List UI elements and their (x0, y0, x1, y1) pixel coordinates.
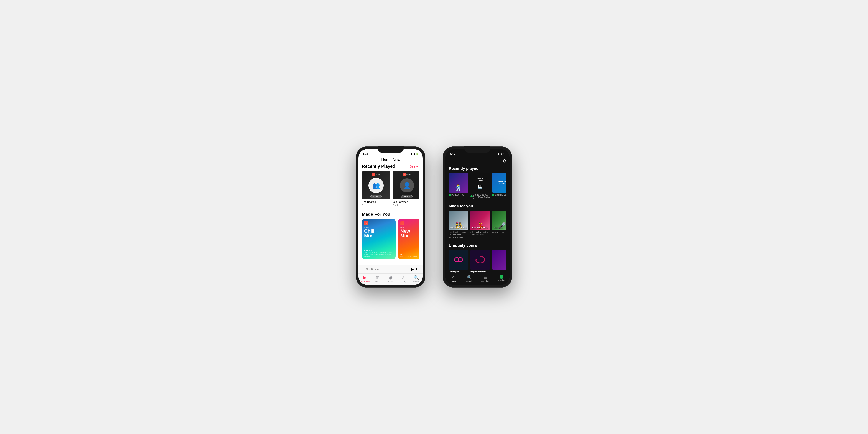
am-np-controls: ▶ ⏭ (411, 267, 419, 272)
am-listennow-icon: ▶ (363, 275, 367, 280)
sp-9to5-label: 9to5Mac Daily (495, 193, 506, 196)
am-jonforeman-subtitle: Radio (393, 204, 419, 207)
sp-tab-premium[interactable]: Premium (493, 275, 509, 282)
am-browse-label: Browse (375, 281, 381, 283)
am-mix-new-desc: Eric Church, A... Light... (400, 255, 419, 257)
sp-logo-9to5 (492, 194, 494, 196)
sp-9to5-item[interactable]: 9TO5MACDAILY 9to5Mac Daily (492, 173, 506, 199)
sp-logo-cornelia (470, 195, 473, 197)
radio-badge-beatles: RADIO (370, 195, 382, 198)
sp-repeat-rewind-item[interactable]: Repeat Rewind (470, 250, 490, 273)
am-made-header: Made For You (362, 212, 419, 217)
spotify-phone: 9:41 ▲ )) ▪▪▪ ⚙ Recently played (443, 147, 512, 287)
am-beatles-title: The Beatles (362, 200, 390, 204)
sp-made-title: Made for you (449, 204, 506, 209)
am-play-button[interactable]: ▶ (411, 267, 414, 272)
apple-music-logo: ♫ Music (372, 173, 380, 176)
am-jonforeman-card[interactable]: ♫ Music 👤 RADIO Jon Foreman Radio (393, 171, 419, 207)
sp-mix2-item[interactable]: 💃 Your Daily Mix 2 Ellie Goulding, Adele… (470, 211, 490, 238)
am-new-mix-card[interactable]: ♫ Music NewMix N... Eric Church, A... Li… (398, 219, 419, 259)
am-tab-bar: ▶ Listen Now ⊞ Browse ◉ Radio ♬ Library … (359, 273, 423, 285)
sp-recently-played-title: Recently played (449, 166, 506, 171)
sp-mix3-desc: Bebe R... Perry a... (492, 231, 506, 234)
apple-music-logo-2: ♫ Music (403, 173, 411, 176)
am-jonforeman-thumb: ♫ Music 👤 RADIO (393, 171, 419, 199)
am-mix-new-title: NewMix (400, 229, 419, 238)
sp-mix2-overlay: Your Daily Mix 2 (472, 226, 489, 229)
sp-cornelia-item[interactable]: CORNELIASTREETLIVE FROM PARIS 🎹 Cornelia… (470, 173, 490, 199)
am-recently-played-list: ♫ Music 👥 RADIO The Beatles Radio (362, 171, 419, 208)
sp-wifi-icon: )) (501, 153, 502, 155)
am-mix-new-icon: ♫ (400, 221, 404, 225)
am-recently-played-header: Recently Played See All (362, 164, 419, 169)
apple-music-phone: 1:35 ▲ )) 🔋 Listen Now Recently Played S… (356, 147, 425, 287)
sp-cornelia-label-row: Cornelia Street (Live From Paris) (470, 193, 490, 199)
am-logo-icon-2: ♫ (403, 173, 406, 176)
am-made-section: Made For You ♫ Music ChillMix Chill Mix (362, 212, 419, 259)
am-recently-played-title: Recently Played (362, 164, 395, 169)
am-mix-chill-desc: The Avett Brothers, Mumford & Sons, Moll… (364, 251, 394, 257)
am-chill-mix-card[interactable]: ♫ Music ChillMix Chill Mix The Avett Bro… (362, 219, 396, 259)
am-tab-search[interactable]: 🔍 Search (410, 275, 423, 283)
am-tab-browse[interactable]: ⊞ Browse (371, 275, 384, 283)
am-search-label: Search (413, 281, 420, 283)
sp-mix3-overlay: Your Da... (493, 226, 506, 229)
sp-pumped-pop-label: Pumped Pop (452, 193, 464, 196)
am-beatles-thumb: ♫ Music 👥 RADIO (362, 171, 390, 199)
sp-content: ⚙ Recently played 🕺 Pumped Pop (445, 157, 509, 273)
beatles-visual: ♫ Music 👥 RADIO (362, 171, 390, 199)
sp-mix1-desc: Pistol Annies, Miranda Lambert, Maren Mo… (449, 231, 468, 238)
am-skip-button[interactable]: ⏭ (416, 267, 419, 272)
am-mix-chill-title: ChillMix (364, 229, 394, 238)
am-mix-chill-bottom: Chill Mix The Avett Brothers, Mumford & … (364, 249, 394, 257)
am-beatles-card[interactable]: ♫ Music 👥 RADIO The Beatles Radio (362, 171, 390, 207)
am-tab-listennow[interactable]: ▶ Listen Now (359, 275, 371, 283)
sp-mix3-label: Your Da... (493, 226, 506, 229)
am-radio-icon: ◉ (389, 275, 393, 280)
sp-cornelia-thumb: CORNELIASTREETLIVE FROM PARIS 🎹 (470, 173, 490, 193)
sp-pumped-pop-item[interactable]: 🕺 Pumped Pop (449, 173, 468, 199)
am-see-all-button[interactable]: See All (410, 165, 419, 168)
sp-unique-3-thumb (492, 250, 506, 270)
sp-tab-search[interactable]: 🔍 Search (461, 275, 477, 282)
am-jonforeman-title: Jon Foreman (393, 200, 419, 204)
sp-status-time: 9:41 (450, 152, 455, 155)
sp-mix1-item[interactable]: 👯 Your Daily Mix 1 Pistol Annies, Mirand… (449, 211, 468, 238)
am-tab-library[interactable]: ♬ Library (397, 275, 410, 283)
am-content: Recently Played See All ♫ Music (359, 164, 423, 265)
sp-recently-played-list: 🕺 Pumped Pop CORNELIASTREETLIVE FR (449, 173, 506, 199)
sp-pumped-pop-thumb: 🕺 (449, 173, 468, 193)
sp-library-label: Your Library (480, 280, 491, 282)
sp-header-row: ⚙ (449, 159, 506, 163)
sp-unique-list: On Repeat (449, 250, 506, 273)
am-mix-cards: ♫ Music ChillMix Chill Mix The Avett Bro… (362, 219, 419, 259)
sp-9to5-label-row: 9to5Mac Daily (492, 193, 506, 196)
am-np-music-icon: ♪ (362, 267, 364, 271)
am-logo-icon: ♫ (372, 173, 375, 176)
cornelia-piano-icon: 🎹 (475, 184, 486, 189)
sp-mix1-overlay: Your Daily Mix 1 (450, 226, 467, 229)
sp-tab-home[interactable]: ⌂ Home (445, 275, 461, 282)
am-library-label: Library (400, 280, 406, 282)
battery-icon: 🔋 (416, 153, 418, 155)
sp-on-repeat-item[interactable]: On Repeat (449, 250, 468, 273)
sp-unique-3-item[interactable] (492, 250, 506, 273)
sp-logo-pumped (449, 194, 451, 196)
am-mix-chill-name: Chill Mix (364, 249, 394, 251)
sp-gear-icon[interactable]: ⚙ (503, 159, 506, 163)
sp-made-list: 👯 Your Daily Mix 1 Pistol Annies, Mirand… (449, 211, 506, 239)
am-mix-new-name: N... (400, 253, 419, 255)
sp-mix3-item[interactable]: 🎤 Your Da... Bebe R... Perry a... (492, 211, 506, 238)
am-tab-radio[interactable]: ◉ Radio (384, 275, 397, 283)
sp-library-icon: ▤ (484, 275, 487, 280)
am-library-icon: ♬ (402, 275, 405, 280)
am-mix-new-brand: Music (400, 226, 419, 228)
am-search-icon: 🔍 (413, 275, 419, 280)
am-now-playing-bar[interactable]: ♪ Not Playing ▶ ⏭ (359, 265, 423, 273)
am-browse-icon: ⊞ (376, 275, 379, 280)
am-radio-label: Radio (388, 281, 393, 283)
am-beatles-subtitle: Radio (362, 204, 390, 207)
sp-tab-library[interactable]: ▤ Your Library (477, 275, 493, 282)
sp-search-label: Search (466, 280, 473, 282)
jonforeman-visual: ♫ Music 👤 RADIO (393, 171, 419, 199)
